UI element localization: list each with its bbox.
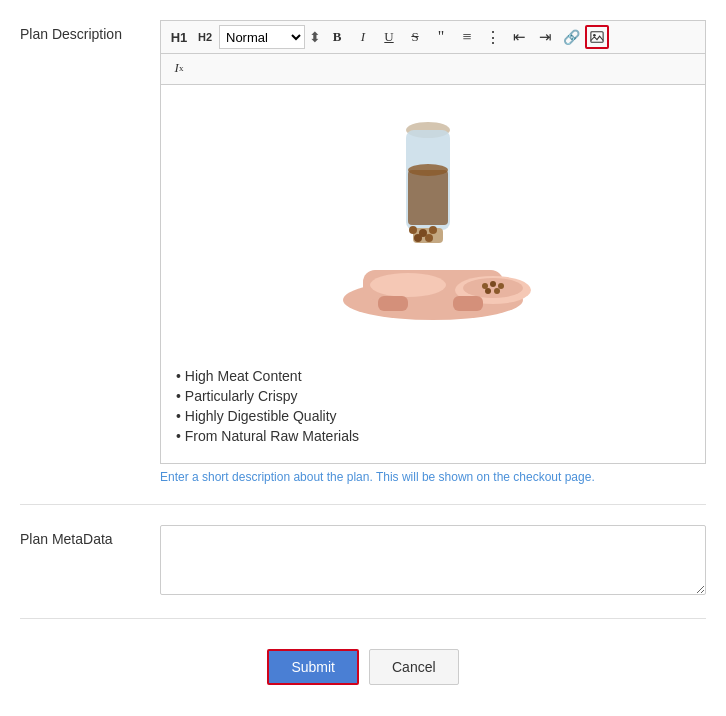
h1-button[interactable]: H1 bbox=[167, 25, 191, 49]
format-select[interactable]: Normal Heading 1 Heading 2 Heading 3 bbox=[219, 25, 305, 49]
plan-metadata-content bbox=[160, 525, 706, 598]
svg-point-5 bbox=[408, 164, 448, 176]
section-divider bbox=[20, 504, 706, 505]
svg-rect-4 bbox=[408, 170, 448, 225]
svg-point-16 bbox=[494, 288, 500, 294]
unordered-list-button[interactable]: ⋮ bbox=[481, 25, 505, 49]
editor-image bbox=[176, 100, 690, 353]
svg-point-21 bbox=[429, 226, 437, 234]
form-footer: Submit Cancel bbox=[20, 649, 706, 705]
plan-description-label: Plan Description bbox=[20, 20, 160, 42]
underline-button[interactable]: U bbox=[377, 25, 401, 49]
cancel-button[interactable]: Cancel bbox=[369, 649, 459, 685]
pet-feeder-illustration bbox=[323, 100, 543, 350]
svg-point-13 bbox=[490, 281, 496, 287]
checkout-link[interactable]: checkout page bbox=[513, 470, 591, 484]
helper-text: Enter a short description about the plan… bbox=[160, 470, 706, 484]
plan-metadata-row: Plan MetaData bbox=[20, 525, 706, 598]
editor-body[interactable]: High Meat Content Particularly Crispy Hi… bbox=[160, 84, 706, 464]
svg-rect-0 bbox=[591, 32, 603, 43]
italic-button[interactable]: I bbox=[351, 25, 375, 49]
clear-format-button[interactable]: Ix bbox=[167, 56, 191, 80]
bold-button[interactable]: B bbox=[325, 25, 349, 49]
h2-button[interactable]: H2 bbox=[193, 25, 217, 49]
editor-toolbar-row1: H1 H2 Normal Heading 1 Heading 2 Heading… bbox=[160, 20, 706, 53]
svg-rect-18 bbox=[453, 296, 483, 311]
section-divider-2 bbox=[20, 618, 706, 619]
list-item: Particularly Crispy bbox=[176, 388, 690, 404]
feature-list: High Meat Content Particularly Crispy Hi… bbox=[176, 368, 690, 444]
image-button[interactable] bbox=[585, 25, 609, 49]
align-right-button[interactable]: ⇥ bbox=[533, 25, 557, 49]
list-item: Highly Digestible Quality bbox=[176, 408, 690, 424]
svg-point-23 bbox=[425, 234, 433, 242]
ordered-list-button[interactable]: ≡ bbox=[455, 25, 479, 49]
list-item: From Natural Raw Materials bbox=[176, 428, 690, 444]
blockquote-button[interactable]: " bbox=[429, 25, 453, 49]
plan-description-content: H1 H2 Normal Heading 1 Heading 2 Heading… bbox=[160, 20, 706, 484]
page-container: Plan Description H1 H2 Normal Heading 1 … bbox=[0, 0, 726, 716]
svg-point-14 bbox=[498, 283, 504, 289]
select-arrow-icon: ⬍ bbox=[309, 29, 321, 45]
svg-point-22 bbox=[414, 234, 422, 242]
svg-point-12 bbox=[482, 283, 488, 289]
link-button[interactable]: 🔗 bbox=[559, 25, 583, 49]
list-item: High Meat Content bbox=[176, 368, 690, 384]
svg-point-19 bbox=[409, 226, 417, 234]
strikethrough-button[interactable]: S bbox=[403, 25, 427, 49]
svg-point-1 bbox=[593, 34, 596, 37]
submit-button[interactable]: Submit bbox=[267, 649, 359, 685]
svg-point-15 bbox=[485, 288, 491, 294]
align-left-button[interactable]: ⇤ bbox=[507, 25, 531, 49]
svg-rect-17 bbox=[378, 296, 408, 311]
plan-metadata-label: Plan MetaData bbox=[20, 525, 160, 547]
plan-description-row: Plan Description H1 H2 Normal Heading 1 … bbox=[20, 20, 706, 484]
editor-toolbar-row2: Ix bbox=[160, 53, 706, 84]
metadata-textarea[interactable] bbox=[160, 525, 706, 595]
svg-point-9 bbox=[370, 273, 446, 297]
